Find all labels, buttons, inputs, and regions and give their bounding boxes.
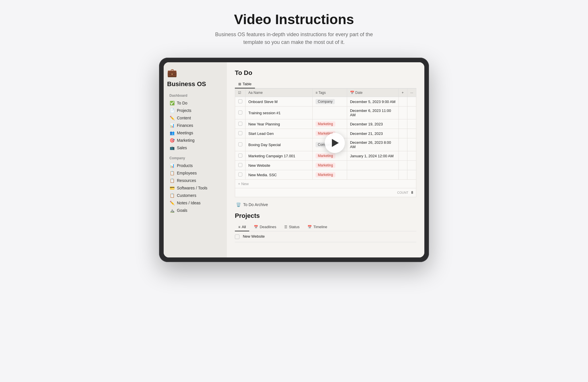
tab-table[interactable]: ⊞ Table: [235, 80, 255, 88]
sidebar-item-todo[interactable]: ✅ To Do: [167, 99, 223, 107]
tag-badge: Marketing: [316, 172, 335, 177]
sidebar-item-label: Marketing: [177, 138, 194, 143]
checkbox-icon[interactable]: [238, 131, 242, 135]
sidebar-item-label: To Do: [177, 101, 187, 105]
sidebar-item-finances[interactable]: 📊 Finances: [167, 122, 223, 129]
notes-icon: ✏️: [169, 201, 175, 205]
main-content: To Do ⊞ Table ☑ Aa: [227, 62, 424, 257]
sidebar-item-customers[interactable]: 📋 Customers: [167, 192, 223, 199]
play-button[interactable]: [325, 133, 345, 153]
row-date: [347, 161, 399, 170]
table-row[interactable]: New WebsiteMarketing: [235, 161, 416, 170]
sidebar-item-label: Content: [177, 116, 191, 120]
timeline-icon: 📅: [307, 225, 312, 229]
row-date: December 19, 2023: [347, 119, 399, 129]
tab-timeline[interactable]: 📅 Timeline: [304, 223, 331, 231]
table-row[interactable]: Onboard Steve MCompanyDecember 5, 2023 9…: [235, 97, 416, 106]
sidebar-item-goals[interactable]: ⛰️ Goals: [167, 207, 223, 214]
company-section-label: Company: [169, 156, 223, 160]
sidebar-item-marketing[interactable]: 🎯 Marketing: [167, 137, 223, 144]
row-add: [399, 119, 407, 129]
sidebar-item-projects[interactable]: 📄 Projects: [167, 107, 223, 114]
page-header: Video Instructions Business OS features …: [208, 11, 380, 46]
todo-title: To Do: [235, 69, 416, 77]
employees-icon: 📋: [169, 171, 175, 175]
row-name: Marketing Campaign 17.001: [245, 151, 313, 161]
sidebar-item-meetings[interactable]: 👥 Meetings: [167, 129, 223, 137]
new-row-button[interactable]: + New: [235, 180, 416, 188]
count-label: COUNT: [397, 191, 408, 194]
table-row[interactable]: New Media. SSCMarketing: [235, 170, 416, 180]
checkbox-icon[interactable]: [238, 110, 242, 115]
tab-status[interactable]: ☰ Status: [281, 223, 303, 231]
th-date[interactable]: 📅 Date: [347, 89, 399, 97]
row-tag: Marketing: [312, 161, 347, 170]
tab-all[interactable]: ≡ All: [235, 223, 249, 231]
customers-icon: 📋: [169, 193, 175, 198]
th-name[interactable]: Aa Name: [245, 89, 313, 97]
projects-first-item[interactable]: New Website: [235, 231, 416, 242]
row-more: [407, 170, 416, 180]
checkbox-icon[interactable]: [238, 99, 242, 103]
content-icon: ✏️: [169, 116, 175, 120]
sidebar-item-label: Projects: [177, 108, 192, 113]
sidebar-item-products[interactable]: 📊 Products: [167, 162, 223, 169]
tab-deadlines[interactable]: 📅 Deadlines: [250, 223, 280, 231]
archive-icon: 🗑️: [236, 202, 241, 207]
sidebar-item-notes[interactable]: ✏️ Notes / Ideas: [167, 199, 223, 207]
row-name: New Media. SSC: [245, 170, 313, 180]
status-icon: ☰: [284, 225, 287, 229]
row-tag: Marketing: [312, 151, 347, 161]
tablet-frame: 💼 Business OS Dashboard ✅ To Do 📄 Projec…: [159, 58, 429, 262]
checkbox-icon[interactable]: [238, 163, 242, 167]
tablet-screen: 💼 Business OS Dashboard ✅ To Do 📄 Projec…: [164, 62, 424, 257]
sidebar-item-label: Notes / Ideas: [177, 201, 201, 205]
page-title: Video Instructions: [208, 11, 380, 27]
archive-label: To Do Archive: [243, 202, 268, 207]
row-checkbox[interactable]: [235, 119, 245, 129]
sidebar-item-employees[interactable]: 📋 Employees: [167, 169, 223, 177]
row-checkbox[interactable]: [235, 106, 245, 119]
products-icon: 📊: [169, 163, 175, 168]
row-checkbox[interactable]: [235, 129, 245, 138]
table-row[interactable]: Marketing Campaign 17.001MarketingJanuar…: [235, 151, 416, 161]
projects-tabs: ≡ All 📅 Deadlines ☰ Status 📅: [235, 223, 416, 231]
row-checkbox[interactable]: [235, 151, 245, 161]
row-more: [407, 138, 416, 151]
row-checkbox[interactable]: [235, 161, 245, 170]
todo-icon: ✅: [169, 101, 175, 105]
checkbox-icon[interactable]: [238, 142, 242, 146]
todo-tabs: ⊞ Table: [235, 80, 416, 88]
sidebar-item-softwares[interactable]: 💳 Softwares / Tools: [167, 184, 223, 192]
row-add: [399, 151, 407, 161]
table-row[interactable]: Training session #1December 6, 2023 11:0…: [235, 106, 416, 119]
checkbox-icon[interactable]: [238, 122, 242, 126]
sidebar-item-label: Meetings: [177, 131, 193, 135]
resources-icon: 📋: [169, 178, 175, 183]
row-add: [399, 161, 407, 170]
th-more[interactable]: ···: [407, 89, 416, 97]
date-col-icon: 📅: [350, 91, 354, 95]
row-checkbox[interactable]: [235, 97, 245, 106]
finances-icon: 📊: [169, 123, 175, 128]
row-add: [399, 138, 407, 151]
table-row[interactable]: Start Lead GenMarketingDecember 21, 2023: [235, 129, 416, 138]
sidebar-item-label: Sales: [177, 146, 187, 150]
row-checkbox[interactable]: [235, 170, 245, 180]
checkbox-icon[interactable]: [238, 172, 242, 177]
sidebar-item-resources[interactable]: 📋 Resources: [167, 177, 223, 184]
th-tags[interactable]: ≡ Tags: [312, 89, 347, 97]
marketing-icon: 🎯: [169, 138, 175, 143]
table-row[interactable]: New Year PlanningMarketingDecember 19, 2…: [235, 119, 416, 129]
checkbox-icon[interactable]: [238, 154, 242, 158]
tags-col-icon: ≡: [316, 91, 318, 95]
row-checkbox[interactable]: [235, 138, 245, 151]
row-add: [399, 129, 407, 138]
th-add-col[interactable]: +: [399, 89, 407, 97]
app-container: 💼 Business OS Dashboard ✅ To Do 📄 Projec…: [164, 62, 424, 257]
sidebar-item-sales[interactable]: 📺 Sales: [167, 144, 223, 152]
sidebar-item-label: Customers: [177, 193, 196, 198]
sidebar-item-content[interactable]: ✏️ Content: [167, 114, 223, 122]
row-add: [399, 106, 407, 119]
archive-link[interactable]: 🗑️ To Do Archive: [235, 199, 416, 210]
